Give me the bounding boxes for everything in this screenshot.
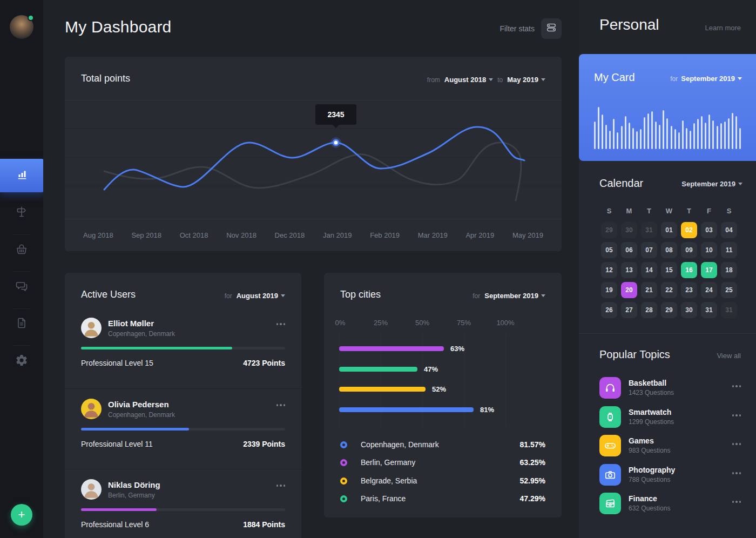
from-label: from: [427, 76, 440, 84]
calendar-day[interactable]: 07: [641, 242, 657, 258]
sidebar-divider: [14, 308, 30, 309]
calendar-day[interactable]: 03: [701, 222, 717, 238]
calendar-day[interactable]: 01: [661, 222, 677, 238]
calendar-day[interactable]: 23: [681, 282, 697, 298]
total-points-line: [104, 127, 524, 190]
my-card: My Card for September 2019: [579, 54, 756, 161]
view-all-link[interactable]: View all: [717, 352, 741, 360]
learn-more-link[interactable]: Learn more: [705, 24, 741, 32]
calendar-day[interactable]: 17: [701, 262, 717, 278]
sidebar-item-documents[interactable]: [15, 318, 28, 331]
topic-item[interactable]: Games 983 Questions: [599, 435, 741, 459]
calendar-day[interactable]: 19: [601, 282, 617, 298]
calendar-day[interactable]: 18: [721, 262, 737, 278]
calendar-day[interactable]: 28: [641, 302, 657, 318]
for-label: for: [473, 292, 480, 300]
x-tick: Dec 2018: [275, 231, 305, 239]
sidebar-item-signpost[interactable]: [15, 206, 28, 219]
more-options-icon[interactable]: [276, 404, 286, 406]
left-sidebar: +: [0, 0, 43, 538]
for-label: for: [225, 292, 232, 300]
for-label: for: [670, 75, 678, 83]
calendar-day[interactable]: 08: [661, 242, 677, 258]
to-date-value: May 2019: [507, 76, 538, 84]
topic-questions: 788 Questions: [629, 476, 670, 483]
calendar-day[interactable]: 05: [601, 242, 617, 258]
calendar-day[interactable]: 25: [721, 282, 737, 298]
calendar-day[interactable]: 30: [681, 302, 697, 318]
calendar-day[interactable]: 16: [681, 262, 697, 278]
calendar-day[interactable]: 31: [641, 222, 657, 238]
active-users-card: Active Users for August 2019 Elliot Møll…: [65, 273, 301, 538]
calendar-day[interactable]: 31: [701, 302, 717, 318]
user-location: Copenhagen, Denmark: [108, 411, 175, 419]
more-options-icon[interactable]: [732, 501, 741, 503]
calendar-day[interactable]: 20: [621, 282, 637, 298]
more-options-icon[interactable]: [276, 485, 286, 487]
sidebar-item-dashboard[interactable]: [0, 159, 48, 192]
more-options-icon[interactable]: [732, 472, 741, 474]
more-options-icon[interactable]: [732, 385, 741, 387]
city-bar: [339, 367, 417, 372]
to-date-dropdown[interactable]: May 2019: [507, 76, 545, 84]
user-points: 2339 Points: [243, 440, 285, 448]
add-button[interactable]: +: [11, 504, 32, 526]
calendar-day[interactable]: 27: [621, 302, 637, 318]
topic-questions: 1299 Questions: [629, 418, 674, 426]
calendar-day[interactable]: 14: [641, 262, 657, 278]
legend-ring-icon: [340, 441, 347, 448]
total-points-title: Total points: [81, 73, 130, 84]
calendar-day[interactable]: 21: [641, 282, 657, 298]
topic-item[interactable]: Smartwatch 1299 Questions: [599, 406, 741, 430]
calendar-day[interactable]: 09: [681, 242, 697, 258]
gamepad-icon: [599, 435, 621, 456]
period-dropdown[interactable]: September 2019: [681, 75, 742, 83]
calendar-day[interactable]: 22: [661, 282, 677, 298]
calendar-day[interactable]: 02: [681, 222, 697, 238]
calendar-day[interactable]: 12: [601, 262, 617, 278]
more-options-icon[interactable]: [732, 443, 741, 445]
more-options-icon[interactable]: [732, 414, 741, 416]
filter-stats-button[interactable]: [541, 18, 562, 39]
calendar-day[interactable]: 30: [621, 222, 637, 238]
highlighted-data-point: [333, 140, 339, 145]
calendar-day[interactable]: 29: [601, 222, 617, 238]
calendar-day[interactable]: 26: [601, 302, 617, 318]
sidebar-item-settings[interactable]: [15, 355, 28, 368]
calendar-day[interactable]: 13: [621, 262, 637, 278]
more-options-icon[interactable]: [276, 323, 286, 325]
topic-item[interactable]: Basketball 1423 Questions: [599, 377, 741, 401]
calendar-day[interactable]: 29: [661, 302, 677, 318]
calendar-period-dropdown[interactable]: September 2019: [681, 180, 742, 188]
calendar-day[interactable]: 31: [721, 302, 737, 318]
legend-item: Paris, France 47.29%: [340, 493, 545, 504]
top-cities-title: Top cities: [340, 289, 381, 300]
my-card-period: for September 2019: [670, 75, 742, 83]
chevron-down-icon: [541, 78, 545, 81]
top-cities-card: Top cities for September 2019 0% 25% 50%…: [324, 273, 562, 517]
period-dropdown[interactable]: August 2019: [237, 292, 285, 300]
topic-name: Finance: [629, 494, 657, 503]
progress-fill: [81, 347, 232, 349]
calendar-day[interactable]: 15: [661, 262, 677, 278]
main-content: My Dashboard Filter stats Total points f…: [43, 0, 579, 538]
topic-questions: 983 Questions: [629, 447, 670, 454]
topic-item[interactable]: Photography 788 Questions: [599, 464, 741, 488]
headphones-icon: [599, 377, 621, 399]
calendar-day[interactable]: 10: [701, 242, 717, 258]
sidebar-item-messages[interactable]: [15, 280, 28, 293]
legend-city: Copenhagen, Denmark: [361, 440, 439, 449]
topic-item[interactable]: Finance 632 Questions: [599, 493, 741, 516]
from-date-dropdown[interactable]: August 2018: [444, 76, 493, 84]
calendar-day[interactable]: 24: [701, 282, 717, 298]
calendar-day[interactable]: 06: [621, 242, 637, 258]
bar-value: 52%: [432, 385, 446, 393]
calendar-day[interactable]: 11: [721, 242, 737, 258]
legend-pct: 63.25%: [520, 458, 545, 467]
period-dropdown[interactable]: September 2019: [484, 292, 545, 300]
bar-row: 81%: [339, 407, 551, 412]
calendar-day[interactable]: 04: [721, 222, 737, 238]
sidebar-item-basket[interactable]: [15, 244, 28, 257]
user-avatar[interactable]: [10, 15, 33, 39]
page-title: My Dashboard: [65, 18, 172, 36]
